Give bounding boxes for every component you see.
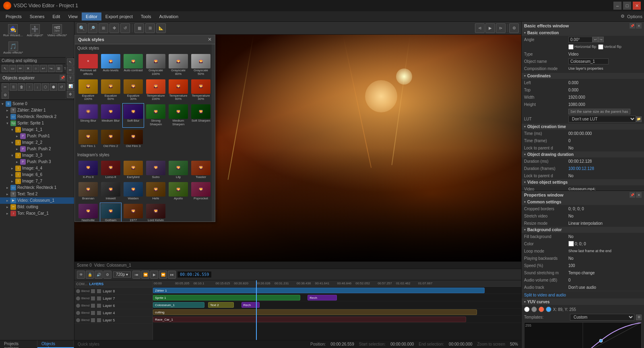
- tree-image44[interactable]: ▸ I Image: 4_4: [0, 165, 74, 172]
- yuv-settings-btn[interactable]: ⚙: [636, 315, 642, 320]
- zoom-in-btn[interactable]: 🔍: [77, 23, 87, 33]
- tree-colosseum1[interactable]: ▸ ▶ Video: Colosseum_1: [0, 197, 74, 204]
- cut-btn[interactable]: ✂: [2, 83, 9, 91]
- tree-image77[interactable]: ▸ I Image: 7_7: [0, 178, 74, 184]
- angle-lock-btn[interactable]: ↩: [592, 37, 598, 42]
- zoom-out-btn[interactable]: 🔎: [88, 23, 97, 33]
- menu-export[interactable]: Export project: [101, 12, 137, 21]
- tree-push3[interactable]: ▸ P Push: Push 3: [0, 159, 74, 165]
- qs-grayscale100[interactable]: 🌄 Grayscale 100%: [145, 53, 167, 77]
- side-chart[interactable]: 📊: [67, 83, 74, 90]
- hflip-label[interactable]: Horizontal flip: [568, 44, 597, 50]
- creation-header[interactable]: ▾ Object creation time: [522, 124, 644, 130]
- layer5-lock[interactable]: [91, 318, 95, 322]
- run-wizard-button[interactable]: 🧙 Run Wizard...: [2, 23, 23, 38]
- tree-cutting[interactable]: ▸ ✂ Bild: cutting: [0, 204, 74, 210]
- layer7-lock[interactable]: [91, 296, 95, 300]
- qs-equalize100[interactable]: 🌄 Equalize 100%: [77, 78, 99, 103]
- ruler-btn[interactable]: 📐: [156, 23, 166, 33]
- side-arrow[interactable]: ↖: [67, 58, 74, 66]
- qs-soft-blur[interactable]: 🌄 Soft Blur: [122, 103, 144, 128]
- grid-view-btn[interactable]: ▦: [134, 23, 144, 33]
- quickstyles-close-btn[interactable]: ✕: [208, 37, 212, 42]
- common-settings-header[interactable]: ▾ Common settings: [522, 199, 644, 205]
- clip-rech1[interactable]: Rech: [308, 295, 337, 300]
- qs-strong-blur[interactable]: 🌄 Strong Blur: [77, 103, 99, 128]
- layer8-audio[interactable]: [97, 289, 101, 293]
- delete-btn[interactable]: 🗑: [18, 83, 25, 91]
- video-obj-header[interactable]: ▾ Video object settings: [522, 179, 644, 185]
- qs-grayscale50[interactable]: 🌄 Grayscale 50%: [190, 53, 212, 77]
- qs-lordkelvin[interactable]: 🌄 Lord Kelvin: [145, 203, 167, 222]
- layer7-audio[interactable]: [97, 296, 101, 300]
- select-tool[interactable]: ▭: [9, 65, 16, 72]
- close-button[interactable]: ✕: [633, 2, 641, 10]
- pin-icon[interactable]: 📌: [60, 75, 65, 81]
- qs-xpro2[interactable]: 🌄 X-Pro II: [77, 160, 99, 180]
- qs-equalize60[interactable]: 🌄 Equalize 60%: [100, 78, 122, 103]
- lut-file-btn[interactable]: 📁: [636, 116, 642, 122]
- basic-correction-header[interactable]: ▾ Basic correction: [522, 30, 644, 36]
- qs-gotham[interactable]: 🌄 Gotham: [100, 203, 122, 222]
- grid-btn[interactable]: ⊞: [56, 65, 62, 72]
- clip-zahler1[interactable]: Zähler 1: [153, 288, 485, 293]
- vflip-label[interactable]: Vertical flip: [598, 44, 622, 50]
- layer5-audio[interactable]: [97, 318, 101, 322]
- menu-edit[interactable]: Edit: [48, 12, 64, 21]
- layer6-lock[interactable]: [91, 304, 95, 308]
- options-label[interactable]: Options: [627, 14, 642, 19]
- ungroup-btn[interactable]: ⬢: [50, 83, 57, 91]
- close-be-icon[interactable]: ✕: [636, 23, 642, 29]
- color-swatch[interactable]: [568, 241, 574, 246]
- qs-poprocket[interactable]: 🌄 Poprocket: [190, 181, 212, 202]
- qs-earlybird[interactable]: 🌄 Earlybird: [122, 160, 144, 180]
- qs-nashville[interactable]: 🌄 Nashville: [77, 203, 99, 222]
- tree-text2[interactable]: ▸ T Text: Text 2: [0, 191, 74, 197]
- tree-sprite1[interactable]: ▾ Sp Sprite: Sprite 1: [0, 120, 74, 126]
- quickstyles-scrollbar[interactable]: [212, 44, 215, 222]
- draw-tool[interactable]: ✏: [17, 65, 24, 72]
- tree-image22[interactable]: ▾ I Image: 2_2: [0, 139, 74, 146]
- object-name-input[interactable]: [568, 58, 609, 64]
- tree-zahler1[interactable]: ▸ T Zähler: Zähler 1: [0, 107, 74, 114]
- clip-cutting[interactable]: cutting: [153, 309, 477, 315]
- tl-next-btn[interactable]: ⏭: [168, 271, 176, 279]
- split-video-link[interactable]: Split to video and audio: [524, 293, 566, 297]
- qs-walden[interactable]: 🌄 Walden: [122, 181, 144, 202]
- move-btn[interactable]: ✥: [109, 23, 119, 33]
- layer8-eye[interactable]: [76, 289, 80, 293]
- qs-medium-blur[interactable]: 🌄 Medium Blur: [100, 103, 122, 128]
- tl-eye-btn[interactable]: 👁: [77, 271, 85, 279]
- menu-projects[interactable]: Projects: [2, 12, 26, 21]
- group-btn[interactable]: ⬡: [42, 83, 49, 91]
- qs-apollo[interactable]: 🌄 Apollo: [167, 181, 189, 202]
- yuv-header[interactable]: ▾ YUV curves: [522, 299, 644, 305]
- circle-tool[interactable]: ○: [33, 65, 39, 72]
- menu-activation[interactable]: Activation: [155, 12, 182, 21]
- refresh-btn[interactable]: ↺: [58, 83, 65, 91]
- tl-back-btn[interactable]: ⏪: [141, 271, 149, 279]
- tree-push1[interactable]: ▸ P Push: Push1: [0, 133, 74, 139]
- angle-input[interactable]: [568, 37, 592, 43]
- clip-text2[interactable]: Text 2: [208, 302, 234, 308]
- qs-inkwell[interactable]: 🌄 Inkwell: [100, 181, 122, 202]
- window-controls[interactable]: – □ ✕: [613, 2, 641, 10]
- fit-btn[interactable]: ⊞: [99, 23, 108, 33]
- yuv-template-dropdown[interactable]: Custom: [570, 314, 634, 321]
- qs-temp30[interactable]: 🌄 Temperature 30%: [190, 78, 212, 103]
- same-size-btn[interactable]: Set the same size as the parent has: [568, 109, 630, 114]
- play-btn[interactable]: ▶: [485, 23, 495, 33]
- angle-flip-btn[interactable]: ↪: [598, 37, 604, 42]
- qs-oldfilm2[interactable]: 🌄 Old Film 2: [100, 128, 122, 149]
- next-frame-btn[interactable]: ⊳: [496, 23, 506, 33]
- tl-fwd-btn[interactable]: ⏩: [159, 271, 167, 279]
- tl-prev-btn[interactable]: ⏮: [132, 271, 140, 279]
- tl-audio-btn[interactable]: 🔊: [95, 271, 103, 279]
- tree-scene0[interactable]: ▾ S Scene 0: [0, 101, 74, 107]
- layer5-eye[interactable]: [76, 318, 80, 322]
- menu-tools[interactable]: Tools: [137, 12, 155, 21]
- qs-oldfilm3[interactable]: 🌄 Old Film 3: [122, 128, 144, 149]
- side-draw[interactable]: ✏: [67, 66, 74, 74]
- tree-image66[interactable]: ▸ I Image: 6_6: [0, 172, 74, 178]
- layer8-lock[interactable]: [91, 289, 95, 293]
